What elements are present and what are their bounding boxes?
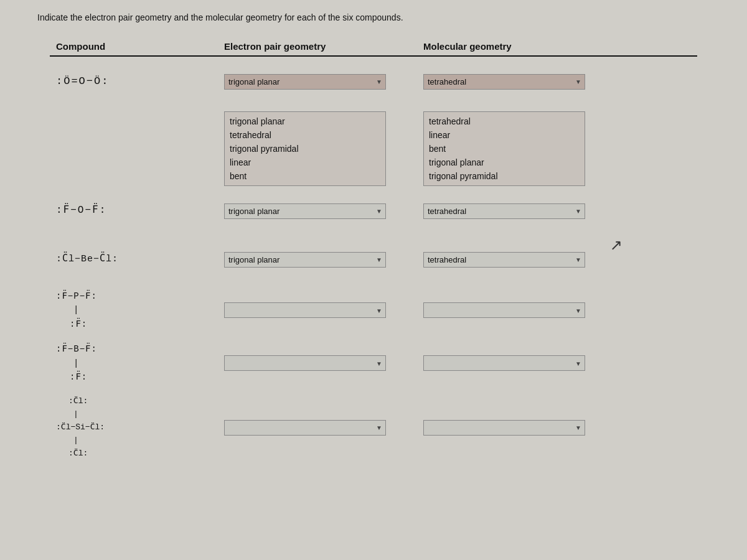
mol-dropdown-row6: tetrahedral linear bent trigonal planar … (423, 420, 622, 436)
compound-clsicl: :C̈l: | :C̈l−Si−C̈l: | :C̈l: (50, 395, 224, 460)
compound-clbecl: :C̈l−Be−C̈l: (50, 252, 224, 267)
header-molecular: Molecular geometry (423, 41, 622, 52)
header-compound: Compound (50, 41, 224, 52)
ep-select-row3[interactable]: trigonal planar tetrahedral trigonal pyr… (224, 252, 386, 268)
options-display-row1: trigonal planar tetrahedral trigonal pyr… (50, 111, 697, 186)
mol-select-row2[interactable]: tetrahedral linear bent trigonal planar … (423, 203, 585, 219)
instruction-text: Indicate the electron pair geometry and … (37, 12, 710, 22)
mol-select-row1[interactable]: tetrahedral linear bent trigonal planar … (423, 74, 585, 90)
mol-select-row6[interactable]: tetrahedral linear bent trigonal planar … (423, 420, 585, 436)
compound-o3: :Ö=O−Ö: (50, 73, 224, 90)
mol-option-linear[interactable]: linear (424, 128, 585, 142)
main-table: Compound Electron pair geometry Molecula… (37, 41, 710, 460)
ep-dropdown-row2: trigonal planar tetrahedral trigonal pyr… (224, 203, 423, 219)
mol-dropdown-row4: tetrahedral linear bent trigonal planar … (423, 302, 622, 318)
table-row: :Ö=O−Ö: trigonal planar tetrahedral trig… (50, 63, 697, 100)
ep-option-linear[interactable]: linear (225, 156, 385, 169)
mol-dropdown-row2: tetrahedral linear bent trigonal planar … (423, 203, 622, 219)
table-row-fof: :F̈−O−F̈: trigonal planar tetrahedral tr… (50, 192, 697, 230)
ep-select-row2[interactable]: trigonal planar tetrahedral trigonal pyr… (224, 203, 386, 219)
table-row-clsicl: :C̈l: | :C̈l−Si−C̈l: | :C̈l: trigonal pl… (50, 395, 697, 460)
ep-select-row5[interactable]: trigonal planar tetrahedral trigonal pyr… (224, 355, 386, 371)
mol-option-bent[interactable]: bent (424, 142, 585, 156)
table-row-fbf: :F̈−B−F̈: | :F̈: trigonal planar tetrahe… (50, 342, 697, 384)
ep-dropdown-row6: trigonal planar tetrahedral trigonal pyr… (224, 420, 423, 436)
table-header: Compound Electron pair geometry Molecula… (50, 41, 697, 57)
table-row-clbecl: :C̈l−Be−C̈l: trigonal planar tetrahedral… (50, 241, 697, 278)
ep-dropdown-row5: trigonal planar tetrahedral trigonal pyr… (224, 355, 423, 371)
ep-option-trigonal-planar[interactable]: trigonal planar (225, 114, 385, 128)
ep-dropdown-row4: trigonal planar tetrahedral trigonal pyr… (224, 302, 423, 318)
ep-select-row1[interactable]: trigonal planar tetrahedral trigonal pyr… (224, 74, 386, 90)
mol-dropdown-row5: tetrahedral linear bent trigonal planar … (423, 355, 622, 371)
mol-option-trigonal-pyramidal[interactable]: trigonal pyramidal (424, 169, 585, 183)
mol-dropdown-row1: tetrahedral linear bent trigonal planar … (423, 74, 622, 90)
ep-option-tetrahedral[interactable]: tetrahedral (225, 128, 385, 142)
ep-dropdown-row1: trigonal planar tetrahedral trigonal pyr… (224, 74, 423, 90)
ep-option-trigonal-pyramidal[interactable]: trigonal pyramidal (225, 142, 385, 156)
ep-option-bent[interactable]: bent (225, 169, 385, 183)
compound-fof: :F̈−O−F̈: (50, 203, 224, 219)
mol-select-row3[interactable]: tetrahedral linear bent trigonal planar … (423, 252, 585, 268)
mol-option-trigonal-planar[interactable]: trigonal planar (424, 156, 585, 169)
ep-select-row6[interactable]: trigonal planar tetrahedral trigonal pyr… (224, 420, 386, 436)
ep-select-row4[interactable]: trigonal planar tetrahedral trigonal pyr… (224, 302, 386, 318)
ep-dropdown-row3: trigonal planar tetrahedral trigonal pyr… (224, 252, 423, 268)
compound-fbf: :F̈−B−F̈: | :F̈: (50, 342, 224, 384)
table-row-fpf: :F̈−P−F̈: | :F̈: trigonal planar tetrahe… (50, 289, 697, 331)
mol-option-tetrahedral[interactable]: tetrahedral (424, 114, 585, 128)
compound-fpf: :F̈−P−F̈: | :F̈: (50, 289, 224, 331)
header-electron-pair: Electron pair geometry (224, 41, 423, 52)
mol-dropdown-row3: tetrahedral linear bent trigonal planar … (423, 252, 622, 268)
cursor-arrow-icon: ↖ (610, 236, 622, 254)
mol-select-row5[interactable]: tetrahedral linear bent trigonal planar … (423, 355, 585, 371)
mol-select-row4[interactable]: tetrahedral linear bent trigonal planar … (423, 302, 585, 318)
